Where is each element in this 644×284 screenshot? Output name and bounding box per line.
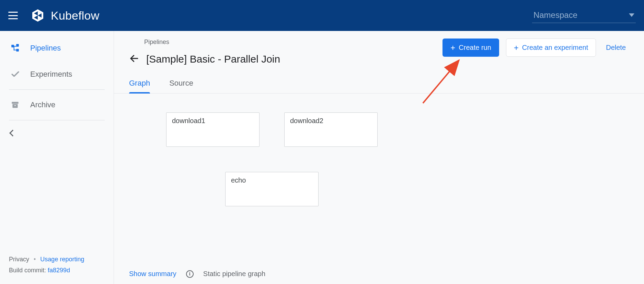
- back-button[interactable]: [129, 53, 139, 65]
- button-label: Create an experiment: [522, 44, 588, 52]
- archive-icon: [10, 100, 20, 110]
- namespace-label: Namespace: [533, 10, 577, 20]
- breadcrumb[interactable]: Pipelines: [144, 39, 280, 46]
- sidebar-item-archive[interactable]: Archive: [0, 92, 114, 118]
- canvas-footer: Show summary i Static pipeline graph: [114, 264, 644, 284]
- plus-icon: +: [450, 44, 455, 51]
- create-run-button[interactable]: + Create run: [442, 39, 499, 57]
- delete-button[interactable]: Delete: [603, 39, 629, 57]
- graph-node-download1[interactable]: download1: [166, 112, 260, 147]
- plus-icon: +: [514, 44, 519, 51]
- page-title: [Sample] Basic - Parallel Join: [146, 53, 280, 65]
- privacy-link[interactable]: Privacy: [9, 256, 29, 263]
- sidebar-item-label: Experiments: [30, 70, 72, 79]
- menu-icon[interactable]: [8, 12, 18, 19]
- sidebar-item-label: Archive: [30, 100, 55, 109]
- tab-graph[interactable]: Graph: [129, 79, 150, 93]
- separator-dot: •: [31, 256, 38, 263]
- info-icon: i: [186, 270, 194, 278]
- sidebar-item-label: Pipelines: [30, 44, 61, 53]
- dropdown-icon: [629, 13, 634, 17]
- button-label: Create run: [459, 44, 491, 52]
- graph-canvas[interactable]: download1 download2 echo: [114, 94, 644, 264]
- sidebar: Pipelines Experiments Archive Privacy • …: [0, 31, 114, 284]
- svg-rect-5: [11, 45, 14, 47]
- page-header: Pipelines [Sample] Basic - Parallel Join…: [114, 31, 644, 65]
- pipelines-icon: [10, 43, 20, 53]
- tab-bar: Graph Source: [114, 65, 644, 94]
- chevron-left-icon: [9, 130, 16, 136]
- main-content: Pipelines [Sample] Basic - Parallel Join…: [114, 31, 644, 284]
- svg-rect-11: [12, 102, 19, 103]
- static-graph-note: Static pipeline graph: [203, 270, 265, 278]
- app-bar: Kubeflow Namespace: [0, 0, 644, 31]
- graph-node-echo[interactable]: echo: [225, 172, 319, 206]
- kubeflow-logo-icon: [31, 9, 45, 22]
- app-logo[interactable]: Kubeflow: [31, 9, 99, 22]
- sidebar-divider: [9, 120, 105, 120]
- sidebar-item-pipelines[interactable]: Pipelines: [0, 35, 114, 61]
- show-summary-button[interactable]: Show summary: [129, 270, 176, 278]
- build-commit-link[interactable]: fa8299d: [48, 267, 70, 274]
- sidebar-item-experiments[interactable]: Experiments: [0, 61, 114, 87]
- experiments-icon: [10, 69, 20, 79]
- page-actions: + Create run + Create an experiment Dele…: [442, 39, 629, 57]
- tab-source[interactable]: Source: [169, 79, 193, 93]
- usage-reporting-link[interactable]: Usage reporting: [40, 256, 84, 263]
- svg-rect-10: [14, 46, 14, 51]
- svg-rect-13: [14, 105, 16, 106]
- svg-rect-6: [16, 44, 19, 47]
- button-label: Delete: [606, 44, 626, 52]
- sidebar-footer: Privacy • Usage reporting Build commit: …: [0, 254, 114, 284]
- build-commit-label: Build commit:: [9, 267, 48, 274]
- svg-rect-7: [16, 49, 19, 52]
- graph-node-download2[interactable]: download2: [284, 112, 378, 147]
- create-experiment-button[interactable]: + Create an experiment: [506, 39, 596, 57]
- namespace-select[interactable]: Namespace: [532, 8, 636, 23]
- sidebar-collapse-button[interactable]: [0, 122, 114, 144]
- sidebar-divider: [9, 89, 105, 90]
- app-name: Kubeflow: [51, 9, 99, 22]
